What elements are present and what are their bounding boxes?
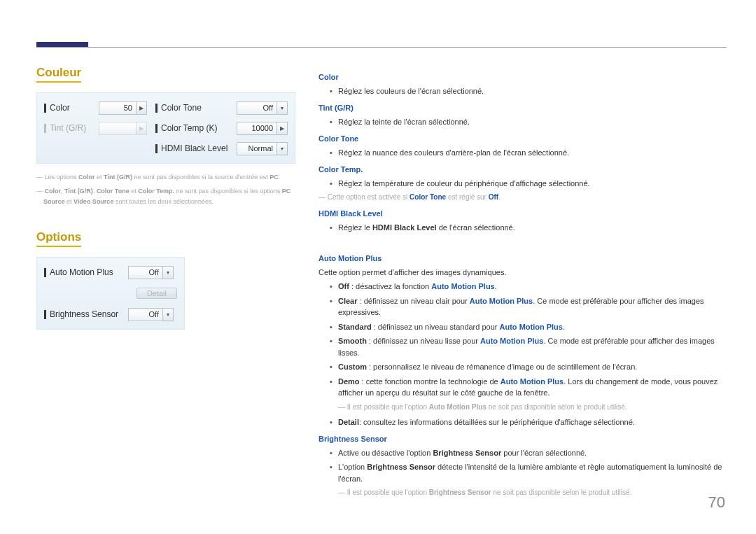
row-colortemp: Color Temp (K) 10000 ▶ xyxy=(155,120,288,136)
value-color[interactable]: 50 xyxy=(99,101,136,115)
row-detail: Detail xyxy=(44,286,177,301)
li-amp-clear: Clear : définissez un niveau clair pour … xyxy=(331,295,724,318)
label-amp: Auto Motion Plus xyxy=(50,267,113,277)
li-amp-detail: Detail: consultez les informations détai… xyxy=(331,416,724,428)
section-title-options: Options xyxy=(36,230,81,247)
right-column: Color Réglez les couleurs de l'écran sél… xyxy=(318,66,724,502)
h-colortemp: Color Temp. xyxy=(318,164,724,176)
li-amp-smooth: Smooth : définissez un niveau lisse pour… xyxy=(331,335,724,358)
row-hdmi: HDMI Black Level Normal ▾ xyxy=(155,141,288,156)
h-colortone: Color Tone xyxy=(318,133,724,145)
section-title-couleur: Couleur xyxy=(36,66,81,83)
row-color: Color 50 ▶ xyxy=(44,100,150,115)
value-colortone[interactable]: Off xyxy=(237,101,277,115)
h-amp: Auto Motion Plus xyxy=(318,253,724,265)
label-hdmi: HDMI Black Level xyxy=(161,143,227,153)
li-amp-custom: Custom : personnalisez le niveau de réma… xyxy=(331,361,724,373)
chevron-down-icon[interactable]: ▾ xyxy=(162,266,174,279)
li-bs-1: Active ou désactive l'option Brightness … xyxy=(331,447,724,459)
li-colortone: Réglez la nuance des couleurs d'arrière-… xyxy=(331,147,724,159)
h-hdmi: HDMI Black Level xyxy=(318,208,724,220)
chevron-down-icon[interactable]: ▾ xyxy=(276,101,288,115)
label-colortone: Color Tone xyxy=(161,103,202,113)
arrow-right-icon[interactable]: ▶ xyxy=(276,122,288,135)
header-accent xyxy=(36,42,88,47)
li-amp-off: Off : désactivez la fonction Auto Motion… xyxy=(331,281,724,293)
h-color: Color xyxy=(318,71,724,83)
row-bs: Brightness Sensor Off ▾ xyxy=(44,307,177,322)
li-color: Réglez les couleurs de l'écran sélection… xyxy=(331,85,724,97)
header-rule xyxy=(36,47,727,48)
li-amp-demo: Demo : cette fonction montre la technolo… xyxy=(331,376,724,399)
chevron-down-icon[interactable]: ▾ xyxy=(162,308,174,321)
chevron-down-icon[interactable]: ▾ xyxy=(276,142,288,155)
li-hdmi: Réglez le HDMI Black Level de l'écran sé… xyxy=(331,222,724,234)
value-tint xyxy=(99,122,136,135)
note-amp: Il est possible que l'option Auto Motion… xyxy=(338,402,724,412)
h-bs: Brightness Sensor xyxy=(318,433,724,445)
li-tint: Réglez la teinte de l'écran sélectionné. xyxy=(331,116,724,128)
value-amp[interactable]: Off xyxy=(128,266,163,279)
row-tint: Tint (G/R) ▶ xyxy=(44,120,150,136)
h-tint: Tint (G/R) xyxy=(318,102,724,114)
page-number: 70 xyxy=(708,493,725,512)
value-colortemp[interactable]: 10000 xyxy=(237,122,277,135)
note-bs: Il est possible que l'option Brightness … xyxy=(338,487,724,498)
label-colortemp: Color Temp (K) xyxy=(161,123,217,133)
value-hdmi[interactable]: Normal xyxy=(237,142,277,155)
detail-button[interactable]: Detail xyxy=(136,288,177,299)
li-bs-2: L'option Brightness Sensor détecte l'int… xyxy=(331,461,724,484)
row-amp: Auto Motion Plus Off ▾ xyxy=(44,265,177,280)
arrow-right-icon[interactable]: ▶ xyxy=(136,101,147,115)
label-color: Color xyxy=(50,103,70,113)
li-colortemp: Réglez la température de couleur du péri… xyxy=(331,178,724,190)
label-tint: Tint (G/R) xyxy=(50,123,86,133)
value-bs[interactable]: Off xyxy=(128,308,163,321)
arrow-right-icon: ▶ xyxy=(136,122,147,135)
li-amp-standard: Standard : définissez un niveau standard… xyxy=(331,321,724,333)
couleur-panel: Color 50 ▶ Tint (G/R) ▶ Color Tone Off ▾… xyxy=(36,92,295,164)
note-colortemp: Cette option est activée si Color Tone e… xyxy=(318,192,724,202)
note-1: Les options Color et Tint (G/R) ne sont … xyxy=(36,172,295,182)
p-amp-intro: Cette option permet d'afficher des image… xyxy=(318,267,724,279)
left-column: Couleur Color 50 ▶ Tint (G/R) ▶ Color To… xyxy=(36,66,295,338)
options-panel: Auto Motion Plus Off ▾ Detail Brightness… xyxy=(36,257,185,330)
note-2: Color, Tint (G/R), Color Tone et Color T… xyxy=(36,186,295,206)
label-bs: Brightness Sensor xyxy=(50,309,118,319)
row-colortone: Color Tone Off ▾ xyxy=(155,100,288,115)
